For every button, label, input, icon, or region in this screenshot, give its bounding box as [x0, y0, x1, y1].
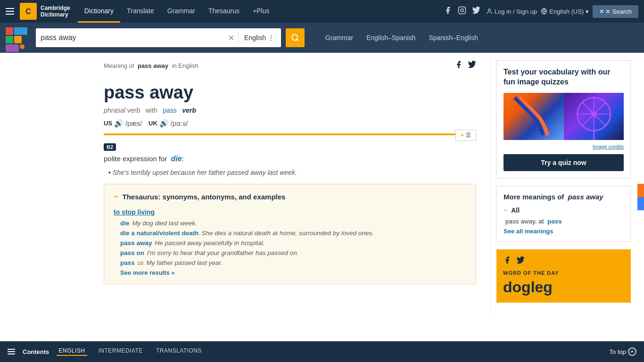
- thesaurus-word-pass-on[interactable]: pass on: [120, 249, 144, 256]
- wotd-facebook-icon[interactable]: [503, 256, 512, 266]
- svg-point-16: [591, 111, 596, 117]
- chevron-down-icon: ▾: [586, 8, 589, 15]
- list-item: pass us My father passed last year.: [114, 259, 466, 266]
- search-submit-button[interactable]: [286, 28, 305, 47]
- thesaurus-word-die-natural[interactable]: die a natural/violent death: [120, 230, 199, 237]
- thesaurus-word-pass[interactable]: pass: [120, 259, 135, 266]
- share-icons: [454, 60, 476, 71]
- us-audio-button[interactable]: 🔊: [114, 119, 124, 128]
- uk-audio-button[interactable]: 🔊: [159, 119, 169, 128]
- entry-title: pass away: [104, 82, 476, 103]
- meanings-pass-link[interactable]: pass: [547, 218, 562, 225]
- thesaurus-category[interactable]: to stop living: [114, 208, 466, 216]
- color-strips: [637, 184, 644, 210]
- cambridge-logo-icon: C: [20, 3, 37, 20]
- lang-divider: [238, 32, 239, 43]
- thesaurus-header[interactable]: − Thesaurus: synonyms, antonyms, and exa…: [114, 192, 466, 202]
- svg-point-8: [292, 34, 297, 40]
- quiz-section: Test your vocabulary with our fun image …: [496, 60, 631, 178]
- svg-rect-2: [458, 7, 465, 14]
- svg-point-3: [461, 9, 463, 12]
- svg-line-9: [297, 39, 298, 41]
- search-icon: [291, 33, 299, 42]
- top-nav: C Cambridge Dictionary Dictionary Transl…: [0, 0, 644, 23]
- quiz-title: Test your vocabulary with our fun image …: [504, 67, 624, 87]
- sec-nav-es-en[interactable]: Spanish–English: [422, 28, 484, 47]
- main-layout: Meaning of pass away in English pass awa…: [0, 53, 644, 318]
- sec-nav-en-es[interactable]: English–Spanish: [360, 28, 422, 47]
- divider-line: [104, 133, 476, 135]
- add-to-list-button[interactable]: + ☰: [455, 130, 476, 141]
- die-link[interactable]: die: [171, 155, 182, 163]
- logo-text: Cambridge Dictionary: [41, 5, 70, 18]
- pass-link[interactable]: pass: [163, 107, 177, 114]
- nav-right: Log in / Sign up English (US) ▾ ✕ ✕ Sear…: [486, 5, 638, 18]
- hamburger-button[interactable]: [6, 8, 20, 15]
- wotd-social: [503, 256, 624, 266]
- nav-dictionary[interactable]: Dictionary: [78, 0, 120, 23]
- quiz-button[interactable]: Try a quiz now: [504, 154, 624, 171]
- more-meanings-title: More meanings of pass away: [504, 193, 624, 201]
- see-more-results-link[interactable]: See more results »: [114, 269, 466, 276]
- share-twitter-icon[interactable]: [468, 60, 476, 71]
- user-icon: [486, 8, 493, 15]
- entry-pos: phrasal verb with pass verb: [104, 107, 476, 114]
- pron-uk: UK 🔊 /pɑːs/: [149, 119, 188, 128]
- wotd-label: WORD OF THE DAY: [503, 270, 624, 276]
- list-item: pass away He passed away peacefully in h…: [114, 239, 466, 247]
- wotd-twitter-icon[interactable]: [516, 256, 525, 266]
- svg-point-4: [463, 8, 464, 9]
- breadcrumb: Meaning of pass away in English: [104, 62, 198, 69]
- language-select[interactable]: English ⋮: [242, 34, 276, 41]
- sec-nav-grammar[interactable]: Grammar: [319, 28, 360, 47]
- image-credits-link[interactable]: Image credits: [504, 144, 624, 149]
- pron-us: US 🔊 /pæs/: [104, 119, 142, 128]
- wotd-section: WORD OF THE DAY dogleg: [496, 249, 631, 303]
- list-item: pass on I'm sorry to hear that your gran…: [114, 249, 466, 256]
- example-sentence: She's terribly upset because her father …: [104, 169, 476, 176]
- list-item: die a natural/violent death She dies a n…: [114, 230, 466, 237]
- search-bar: ✕ English ⋮ Grammar English–Spanish Span…: [0, 23, 644, 53]
- svg-point-5: [488, 9, 491, 11]
- see-all-meanings-link[interactable]: See all meanings: [504, 228, 624, 235]
- facebook-icon[interactable]: [444, 6, 452, 17]
- nav-grammar[interactable]: Grammar: [161, 0, 202, 23]
- login-button[interactable]: Log in / Sign up: [486, 8, 537, 15]
- logo: C Cambridge Dictionary: [20, 3, 70, 20]
- twitter-icon[interactable]: [472, 6, 480, 17]
- globe-icon: [541, 8, 547, 15]
- thesaurus-word-pass-away[interactable]: pass away: [120, 239, 152, 247]
- collapse-all-icon: −: [504, 206, 507, 214]
- slide-illustration: [504, 93, 564, 140]
- nav-social: [444, 6, 480, 17]
- search-input-wrap: ✕ English ⋮: [36, 28, 281, 47]
- list-item: die My dog died last week.: [114, 220, 466, 227]
- clear-search-button[interactable]: ✕: [228, 33, 234, 42]
- quiz-image-ferris: [564, 93, 624, 140]
- list-icon: ☰: [466, 132, 471, 139]
- nav-plus[interactable]: +Plus: [246, 0, 276, 23]
- color-strip-orange: [637, 184, 644, 197]
- search-button-top[interactable]: ✕ ✕ Search: [593, 5, 638, 18]
- definition: polite expression for die:: [104, 155, 476, 163]
- wotd-word[interactable]: dogleg: [503, 279, 624, 296]
- language-selector[interactable]: English (US) ▾: [541, 8, 589, 15]
- nav-translate[interactable]: Translate: [120, 0, 161, 23]
- kebab-icon: ⋮: [268, 34, 274, 41]
- ferris-illustration: [564, 93, 624, 140]
- quiz-image-slide: [504, 93, 564, 140]
- plus-icon: +: [461, 132, 464, 139]
- search-input[interactable]: [41, 33, 224, 42]
- share-facebook-icon[interactable]: [454, 60, 463, 71]
- sidebar: Test your vocabulary with our fun image …: [490, 53, 636, 318]
- meanings-all-header[interactable]: − All: [504, 206, 624, 214]
- secondary-nav: Grammar English–Spanish Spanish–English: [319, 28, 485, 47]
- close-icon: ✕: [599, 8, 604, 15]
- svg-text:C: C: [25, 8, 31, 16]
- instagram-icon[interactable]: [458, 6, 466, 17]
- color-strip-blue: [637, 197, 644, 210]
- nav-thesaurus[interactable]: Thesaurus: [202, 0, 246, 23]
- thesaurus-word-die[interactable]: die: [120, 220, 130, 227]
- nav-links: Dictionary Translate Grammar Thesaurus +…: [78, 0, 438, 23]
- more-meanings-section: More meanings of pass away − All pass aw…: [496, 186, 631, 242]
